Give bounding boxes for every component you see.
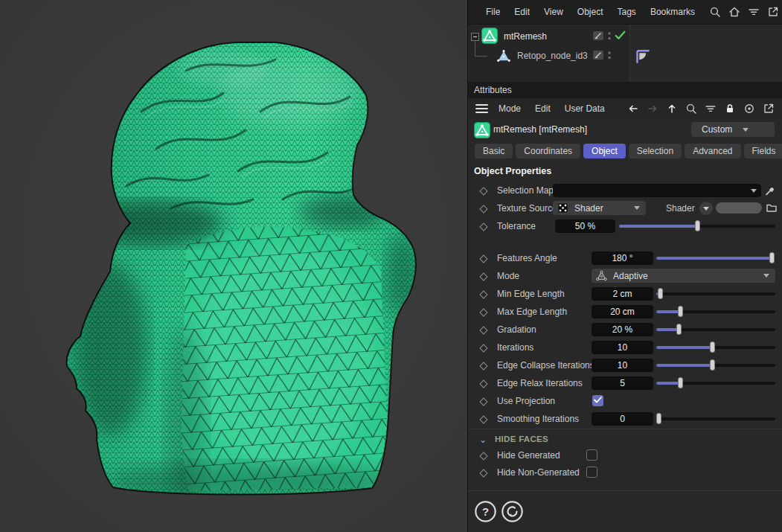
value-field[interactable]: 180 ° (592, 251, 653, 265)
slider[interactable] (619, 219, 775, 233)
use-projection-checkbox[interactable] (592, 395, 603, 406)
forward-icon[interactable] (646, 103, 658, 115)
param-diamond-icon[interactable] (479, 379, 487, 388)
slider-handle[interactable] (695, 220, 700, 231)
param-diamond-icon[interactable] (479, 344, 487, 352)
slider[interactable] (656, 251, 775, 265)
slider[interactable] (656, 305, 775, 318)
menu-view[interactable]: View (544, 7, 563, 17)
param-diamond-icon[interactable] (479, 187, 487, 195)
eyedropper-icon[interactable] (764, 184, 777, 196)
menu-mode[interactable]: Mode (499, 103, 521, 114)
param-diamond-icon[interactable] (479, 415, 487, 423)
slider-handle[interactable] (658, 288, 663, 299)
tab-fields[interactable]: Fields (744, 144, 782, 158)
hamburger-menu-icon[interactable] (475, 102, 488, 115)
visibility-dots-icon[interactable] (606, 47, 613, 65)
param-label: Max Edge Length (497, 307, 567, 317)
menu-tags[interactable]: Tags (618, 7, 636, 17)
visibility-dots-icon[interactable] (606, 28, 613, 46)
value-field[interactable]: 20 % (592, 323, 653, 336)
value-field[interactable]: 2 cm (592, 287, 653, 301)
mode-dropdown[interactable]: Adaptive (592, 269, 775, 283)
slider[interactable] (656, 412, 775, 426)
tab-basic[interactable]: Basic (475, 144, 513, 158)
menu-object[interactable]: Object (577, 7, 603, 17)
value-field[interactable]: 5 (592, 376, 653, 390)
shader-expand-button[interactable] (699, 202, 713, 215)
target-icon[interactable] (743, 103, 755, 115)
slider-handle[interactable] (676, 324, 682, 335)
filter-icon[interactable] (748, 6, 760, 19)
hide-generated-checkbox[interactable] (586, 449, 597, 461)
value-field[interactable]: 0 (592, 412, 653, 426)
viewport-3d[interactable] (0, 0, 467, 532)
pencil-toggle-icon[interactable] (592, 49, 604, 63)
back-icon[interactable] (626, 103, 639, 115)
object-name[interactable]: Retopo_node_id3 (517, 51, 588, 61)
param-diamond-icon[interactable] (479, 222, 487, 231)
help-icon[interactable]: ? (474, 500, 497, 525)
up-icon[interactable] (665, 103, 678, 115)
selection-map-field[interactable] (553, 184, 761, 197)
pencil-toggle-icon[interactable] (592, 30, 604, 44)
param-diamond-icon[interactable] (479, 205, 487, 213)
param-label: Iterations (497, 342, 533, 353)
value-field[interactable]: 20 cm (592, 305, 653, 318)
param-diamond-icon[interactable] (479, 362, 487, 370)
param-diamond-icon[interactable] (479, 397, 487, 406)
menu-edit[interactable]: Edit (535, 103, 551, 114)
reset-icon[interactable] (501, 500, 524, 525)
lock-icon[interactable] (723, 103, 736, 115)
chevron-down-icon[interactable]: ⌄ (479, 435, 487, 445)
enabled-check-icon[interactable] (614, 29, 626, 44)
tab-selection[interactable]: Selection (629, 144, 682, 158)
value-field[interactable]: 10 (592, 341, 653, 354)
popout-icon[interactable] (767, 6, 780, 19)
param-diamond-icon[interactable] (479, 272, 487, 281)
value-field[interactable]: 10 (592, 359, 653, 372)
value-field[interactable]: 50 % (555, 219, 615, 233)
tab-coordinates[interactable]: Coordinates (516, 144, 580, 158)
hide-non-generated-checkbox[interactable] (586, 467, 597, 478)
slider-handle[interactable] (710, 359, 715, 371)
texture-source-dropdown[interactable]: Shader (553, 201, 646, 215)
row-tolerance: Tolerance50 % (468, 218, 782, 236)
slider[interactable] (656, 323, 775, 336)
section-separator (468, 429, 782, 429)
search-icon[interactable] (685, 103, 697, 115)
slider-handle[interactable] (710, 342, 715, 353)
filter-icon[interactable] (704, 103, 717, 115)
slider[interactable] (656, 287, 775, 301)
menu-edit[interactable]: Edit (514, 7, 530, 17)
tab-object[interactable]: Object (583, 144, 626, 158)
polygon-selection-tag[interactable] (633, 47, 650, 65)
param-diamond-icon[interactable] (479, 469, 487, 477)
param-diamond-icon[interactable] (479, 254, 487, 263)
param-label: Edge Relax Iterations (497, 378, 583, 388)
menu-bookmarks[interactable]: Bookmarks (650, 7, 695, 17)
slider[interactable] (656, 341, 775, 354)
tab-advanced[interactable]: Advanced (685, 144, 740, 158)
folder-icon[interactable] (766, 202, 778, 214)
slider-handle[interactable] (678, 306, 683, 317)
slider-handle[interactable] (769, 252, 775, 263)
preset-dropdown[interactable]: Custom (691, 122, 775, 137)
menu-user-data[interactable]: User Data (565, 103, 605, 114)
hide-faces-header[interactable]: ⌄HIDE FACES (468, 432, 782, 447)
home-icon[interactable] (728, 6, 741, 19)
param-diamond-icon[interactable] (479, 308, 487, 316)
param-diamond-icon[interactable] (479, 326, 487, 334)
slider-handle[interactable] (656, 413, 661, 424)
param-diamond-icon[interactable] (479, 290, 487, 298)
popout-icon[interactable] (762, 103, 775, 115)
menu-file[interactable]: File (486, 7, 500, 17)
slider-handle[interactable] (678, 377, 683, 388)
shader-link-field[interactable] (716, 202, 762, 214)
param-diamond-icon[interactable] (479, 452, 487, 460)
slider[interactable] (656, 359, 775, 372)
search-icon[interactable] (709, 6, 722, 19)
object-name[interactable]: mtRemesh (504, 31, 547, 42)
tree-connector (475, 56, 487, 57)
slider[interactable] (656, 376, 775, 390)
